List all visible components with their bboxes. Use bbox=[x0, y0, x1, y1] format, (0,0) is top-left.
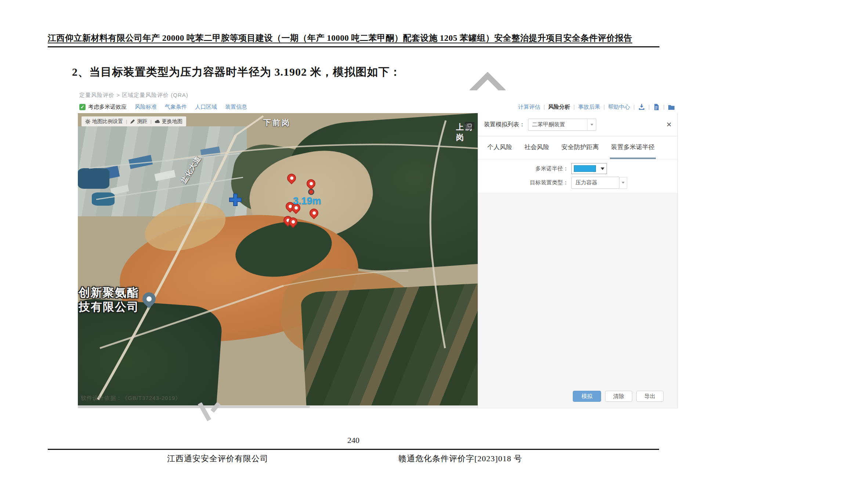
right-menu: 计算评估 | 风险分析 | 事故后果 | 帮助中心 | | | bbox=[518, 104, 675, 111]
radius-color-row: 多米诺半径： bbox=[478, 163, 677, 174]
poi-label-line: 技有限公司 bbox=[79, 300, 139, 314]
chevron-down-icon bbox=[587, 119, 596, 130]
risk-standard-link[interactable]: 风险标准 bbox=[135, 104, 157, 111]
app-toolbar: ✓ 考虑多米诺效应 风险标准 气象条件 人口区域 装置信息 计算评估 | 风险分… bbox=[79, 102, 675, 112]
toolbar-separator: | bbox=[126, 119, 127, 124]
target-type-row: 目标装置类型： 压力容器 bbox=[478, 177, 677, 189]
map-attribution: 软件设计依据：《GB/T37243-2019》 bbox=[81, 395, 181, 402]
menu-separator: | bbox=[543, 104, 545, 110]
target-type-label: 目标装置类型： bbox=[478, 179, 571, 186]
chevron-down-icon[interactable] bbox=[619, 177, 627, 189]
checkbox-label: 考虑多米诺效应 bbox=[88, 104, 127, 111]
target-type-select[interactable]: 压力容器 bbox=[571, 177, 619, 189]
radius-label: 多米诺半径： bbox=[478, 165, 571, 172]
poi-company-label: 创新聚氨酯 技有限公司 bbox=[79, 286, 139, 314]
footer-rule bbox=[48, 449, 659, 450]
domino-radius-form: 多米诺半径： 目标装置类型： 压力容器 bbox=[478, 160, 677, 193]
checkbox-check-icon: ✓ bbox=[79, 104, 86, 110]
device-simulation-panel: 装置模拟列表： 二苯甲酮装置 × 个人风险 社会风险 安全防护距离 装置多米诺半… bbox=[478, 113, 678, 408]
report-document-icon[interactable] bbox=[653, 104, 660, 111]
menu-separator: | bbox=[633, 104, 635, 110]
menu-separator: | bbox=[574, 104, 575, 110]
folder-icon[interactable] bbox=[668, 104, 675, 111]
target-type-value: 压力容器 bbox=[572, 179, 619, 186]
device-info-link[interactable]: 装置信息 bbox=[225, 104, 247, 111]
radius-value-label: 3.19m bbox=[293, 195, 321, 207]
overview-icon bbox=[468, 124, 471, 127]
footer-doc-number: 赣通危化条件评价字[2023]018 号 bbox=[398, 453, 522, 464]
footer-company: 江西通安安全评价有限公司 bbox=[167, 453, 268, 464]
panel-actions: 模拟 清除 导出 bbox=[573, 391, 663, 402]
panel-content: 模拟 清除 导出 bbox=[478, 193, 677, 408]
map-horizontal-scrollbar[interactable] bbox=[78, 405, 478, 408]
page-number: 240 bbox=[48, 436, 659, 445]
map-scale-setting-button[interactable]: 地图比例设置 bbox=[85, 118, 123, 125]
pencil-icon bbox=[130, 119, 135, 124]
map-overview-button[interactable] bbox=[465, 122, 474, 129]
map-toolbar: 地图比例设置 | 测距 | 更换地图 bbox=[82, 116, 186, 126]
menu-separator: | bbox=[663, 104, 665, 110]
simulate-button[interactable]: 模拟 bbox=[573, 391, 601, 402]
domino-effect-checkbox[interactable]: ✓ 考虑多米诺效应 bbox=[79, 104, 127, 111]
help-center-menu[interactable]: 帮助中心 bbox=[608, 104, 630, 111]
map-column: 地图比例设置 | 测距 | 更换地图 bbox=[78, 113, 478, 408]
crosshair-marker-icon[interactable] bbox=[229, 194, 242, 206]
risk-analysis-menu[interactable]: 风险分析 bbox=[548, 104, 570, 111]
device-list-value: 二苯甲酮装置 bbox=[528, 121, 587, 128]
calc-eval-menu[interactable]: 计算评估 bbox=[518, 104, 540, 111]
toolbar-separator: | bbox=[150, 119, 151, 124]
domino-radius-circle bbox=[308, 189, 314, 195]
watermark-check-icon bbox=[195, 403, 222, 422]
tab-personal-risk[interactable]: 个人风险 bbox=[486, 137, 513, 159]
app-main: 地图比例设置 | 测距 | 更换地图 bbox=[78, 113, 678, 408]
weather-condition-link[interactable]: 气象条件 bbox=[165, 104, 187, 111]
map-control-label: 更换地图 bbox=[162, 118, 182, 125]
accident-consequence-menu[interactable]: 事故后果 bbox=[578, 104, 600, 111]
menu-separator: | bbox=[648, 104, 650, 110]
satellite-map[interactable]: 地图比例设置 | 测距 | 更换地图 bbox=[78, 113, 478, 405]
menu-separator: | bbox=[603, 104, 605, 110]
device-list-select[interactable]: 二苯甲酮装置 bbox=[528, 119, 596, 131]
close-icon[interactable]: × bbox=[666, 120, 672, 129]
tab-domino-radius[interactable]: 装置多米诺半径 bbox=[610, 137, 656, 159]
gear-icon bbox=[85, 119, 90, 124]
cloud-icon bbox=[155, 119, 160, 124]
population-area-link[interactable]: 人口区域 bbox=[195, 104, 217, 111]
qra-application: 定量风险评价 > 区域定量风险评价 (QRA) ✓ 考虑多米诺效应 风险标准 气… bbox=[78, 90, 678, 408]
device-list-label: 装置模拟列表： bbox=[484, 121, 525, 129]
download-icon[interactable] bbox=[638, 104, 645, 111]
panel-tabs: 个人风险 社会风险 安全防护距离 装置多米诺半径 bbox=[478, 137, 677, 159]
poi-label-line: 创新聚氨酯 bbox=[79, 286, 139, 300]
body-paragraph: 2、当目标装置类型为压力容器时半径为 3.1902 米，模拟图如下： bbox=[72, 65, 401, 80]
map-roads bbox=[78, 113, 478, 405]
tab-safety-distance[interactable]: 安全防护距离 bbox=[560, 137, 600, 159]
breadcrumb: 定量风险评价 > 区域定量风险评价 (QRA) bbox=[79, 92, 188, 99]
place-label: 下前岗 bbox=[263, 118, 291, 128]
scrollbar-thumb[interactable] bbox=[78, 406, 310, 408]
report-header-title: 江西仰立新材料有限公司年产 20000 吨苯二甲胺等项目建设（一期（年产 100… bbox=[48, 32, 659, 47]
switch-map-button[interactable]: 更换地图 bbox=[155, 118, 182, 125]
measure-distance-button[interactable]: 测距 bbox=[130, 118, 147, 125]
export-button[interactable]: 导出 bbox=[636, 391, 663, 402]
radius-color-select[interactable] bbox=[571, 163, 607, 174]
tab-social-risk[interactable]: 社会风险 bbox=[523, 137, 550, 159]
clear-button[interactable]: 清除 bbox=[605, 391, 632, 402]
color-swatch bbox=[574, 165, 596, 172]
chevron-down-icon bbox=[601, 167, 604, 170]
map-control-label: 测距 bbox=[137, 118, 147, 125]
map-control-label: 地图比例设置 bbox=[92, 118, 123, 125]
panel-header: 装置模拟列表： 二苯甲酮装置 × bbox=[478, 113, 677, 136]
